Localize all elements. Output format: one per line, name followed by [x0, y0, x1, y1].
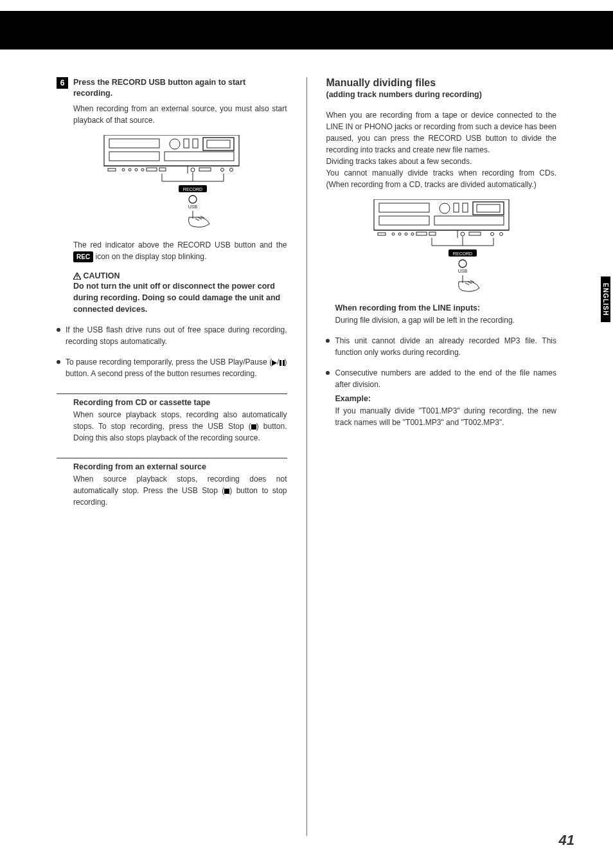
svg-point-14: [141, 168, 144, 171]
bullet-dot-icon: [326, 339, 330, 343]
bullet-dot-icon: [57, 328, 60, 332]
section-heading: Manually dividing files: [326, 77, 556, 89]
sub-external-head: Recording from an external source: [73, 462, 287, 471]
section-subheading: (adding track numbers during recording): [326, 90, 556, 99]
caution-body: Do not turn the unit off or disconnect t…: [73, 280, 287, 315]
svg-rect-8: [164, 152, 234, 161]
svg-rect-19: [199, 168, 211, 171]
svg-text:USB: USB: [458, 269, 468, 273]
caution-heading: CAUTION: [73, 271, 287, 280]
svg-rect-16: [159, 168, 166, 171]
red-ind-part1: The red indicator above the RECORD USB b…: [73, 240, 287, 249]
svg-rect-40: [454, 203, 459, 212]
bullet-consecutive-text: Consecutive numbers are added to the end…: [335, 367, 556, 390]
bullet-cannot-divide-text: This unit cannot divide an already recor…: [335, 335, 556, 358]
svg-point-54: [461, 232, 465, 236]
svg-rect-5: [193, 139, 198, 148]
intro2-paragraph: Dividing tracks takes about a few second…: [326, 156, 556, 167]
svg-rect-55: [469, 232, 481, 235]
svg-rect-46: [378, 233, 386, 235]
header-black-bar: [0, 11, 613, 50]
column-divider: [306, 77, 307, 836]
bullet-pause-text: To pause recording temporarily, press th…: [66, 356, 287, 379]
example-block: Example: If you manually divide "T001.MP…: [335, 394, 556, 428]
bullet-pause-a: To pause recording temporarily, press th…: [66, 357, 272, 366]
stop-icon: [251, 424, 256, 429]
svg-point-12: [129, 168, 131, 171]
svg-rect-44: [434, 216, 504, 225]
svg-rect-32: [280, 360, 281, 366]
sub-cd-tape-body: When source playback stops, recording al…: [73, 409, 287, 444]
svg-point-21: [230, 168, 233, 171]
svg-rect-37: [379, 203, 429, 212]
bullet-dot-icon: [326, 371, 330, 375]
sub-cd-tape-head: Recording from CD or cassette tape: [73, 398, 287, 407]
svg-point-50: [411, 233, 414, 235]
rec-badge: REC: [73, 251, 93, 262]
svg-text:RECORD: RECORD: [453, 251, 472, 256]
step-after-text: When recording from an external source, …: [73, 103, 287, 126]
sub-external-body: When source playback stops, recording do…: [73, 473, 287, 508]
svg-text:RECORD: RECORD: [183, 187, 202, 192]
svg-rect-1: [109, 139, 159, 148]
svg-point-3: [170, 139, 180, 149]
svg-rect-34: [251, 424, 256, 429]
sub-external: Recording from an external source When s…: [73, 462, 287, 508]
svg-point-28: [189, 195, 197, 203]
svg-rect-7: [207, 140, 230, 148]
divider-line: [57, 458, 287, 458]
pause-icon: [280, 360, 285, 366]
svg-point-57: [499, 233, 502, 236]
svg-rect-2: [109, 152, 159, 161]
warning-triangle-icon: [73, 273, 81, 280]
svg-point-47: [392, 233, 395, 235]
svg-point-64: [459, 260, 466, 267]
svg-point-11: [122, 168, 125, 171]
intro3-paragraph: You cannot manually divide tracks when r…: [326, 167, 556, 190]
step-number-badge: 6: [57, 77, 68, 89]
svg-point-13: [135, 168, 138, 171]
svg-text:USB: USB: [188, 204, 198, 209]
svg-point-18: [191, 168, 195, 172]
svg-rect-4: [184, 139, 189, 148]
line-inputs-block: When recording from the LINE inputs: Dur…: [335, 303, 556, 326]
red-indicator-text: The red indicator above the RECORD USB b…: [73, 239, 287, 262]
device-diagram: RECORD USB: [98, 135, 245, 231]
svg-rect-10: [108, 168, 116, 171]
red-ind-part2: icon on the display stop blinking.: [93, 252, 206, 261]
right-column: Manually dividing files (adding track nu…: [326, 77, 556, 836]
intro-paragraph: When you are recording from a tape or de…: [326, 109, 556, 156]
page-number: 41: [559, 832, 574, 849]
language-tab: ENGLISH: [601, 276, 610, 322]
device-diagram: RECORD USB: [368, 199, 515, 296]
example-head: Example:: [335, 394, 556, 403]
svg-point-31: [76, 278, 78, 279]
svg-point-56: [490, 233, 493, 236]
svg-point-48: [398, 233, 401, 235]
bullet-usb-full: If the USB flash drive runs out of free …: [57, 324, 287, 347]
line-inputs-head: When recording from the LINE inputs:: [335, 303, 556, 312]
left-column: 6 Press the RECORD USB button again to s…: [57, 77, 287, 836]
example-body: If you manually divide "T001.MP3" during…: [335, 405, 556, 428]
line-inputs-body: During file division, a gap will be left…: [335, 314, 556, 326]
svg-point-49: [405, 233, 407, 235]
bullet-pause: To pause recording temporarily, press th…: [57, 356, 287, 379]
step-6-row: 6 Press the RECORD USB button again to s…: [57, 77, 287, 99]
sub-cd-tape: Recording from CD or cassette tape When …: [73, 398, 287, 444]
svg-rect-42: [473, 202, 504, 215]
svg-rect-38: [379, 216, 429, 225]
caution-label: CAUTION: [83, 271, 120, 280]
svg-point-39: [440, 203, 450, 213]
step-title: Press the RECORD USB button again to sta…: [73, 77, 287, 99]
svg-point-20: [221, 168, 224, 171]
bullet-dot-icon: [57, 360, 60, 364]
bullet-consecutive: Consecutive numbers are added to the end…: [326, 367, 556, 390]
play-icon: [272, 360, 277, 366]
svg-rect-43: [477, 204, 500, 212]
svg-rect-6: [203, 138, 234, 150]
divider-line: [57, 393, 287, 394]
page-content: 6 Press the RECORD USB button again to s…: [57, 77, 556, 836]
bullet-cannot-divide: This unit cannot divide an already recor…: [326, 335, 556, 358]
svg-rect-51: [416, 232, 427, 235]
svg-rect-52: [429, 232, 436, 235]
